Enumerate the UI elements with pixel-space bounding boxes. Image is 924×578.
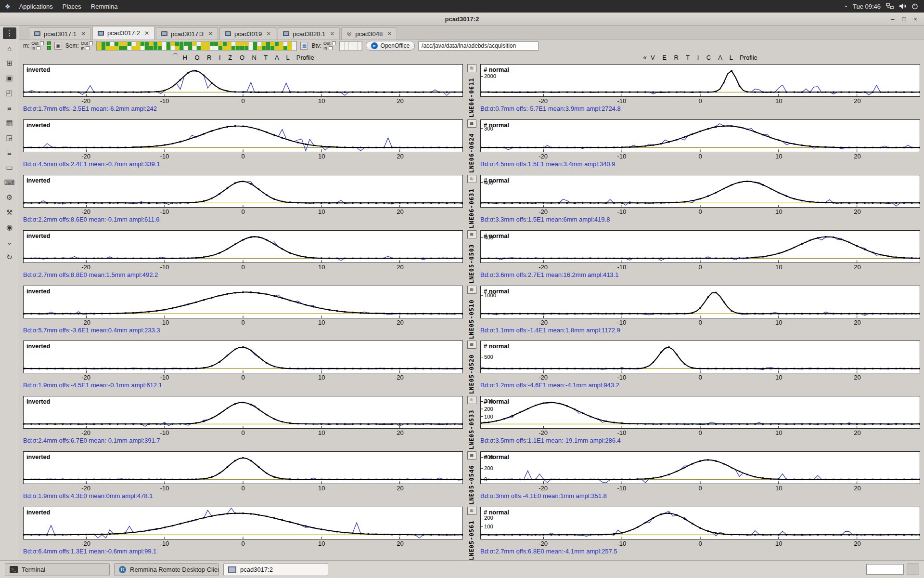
maximize-button[interactable]: □: [902, 15, 906, 23]
in-checkbox[interactable]: [329, 46, 333, 50]
vertical-profile-plot[interactable]: 500# normal: [480, 341, 920, 373]
new-connection-icon[interactable]: ⊞: [3, 57, 16, 69]
gnome-top-bar: ❖ Applications Places Remmina ◔ Tue 09:4…: [0, 0, 924, 13]
network-icon[interactable]: [886, 3, 894, 10]
horizontal-profile-plot[interactable]: inverted: [23, 396, 463, 429]
tab-pcad3019[interactable]: pcad3019✕: [219, 27, 276, 39]
tab-pcad3017:1[interactable]: pcad3017:1✕: [29, 27, 91, 39]
waveform-icon[interactable]: ≋: [467, 341, 476, 349]
waveform-icon[interactable]: ≋: [467, 230, 476, 238]
preferences-icon[interactable]: ⚙: [3, 192, 16, 203]
waveform-icon[interactable]: ≋: [467, 175, 476, 183]
kebab-menu-icon[interactable]: ⋮: [3, 27, 16, 39]
show-desktop-button[interactable]: [907, 564, 919, 575]
vertical-profile-plot[interactable]: 2000# normal: [480, 64, 920, 97]
minimize-button[interactable]: –: [891, 15, 894, 23]
horizontal-profile-plot[interactable]: inverted: [23, 451, 463, 484]
in-checkbox-label: In: [323, 46, 327, 51]
vertical-profile-plot[interactable]: 300200100# normal: [480, 396, 920, 429]
taskbar-entry-field[interactable]: [866, 564, 904, 575]
horizontal-profile-plot[interactable]: inverted: [23, 230, 463, 263]
monitor-icon: [283, 31, 289, 36]
horizontal-profile-plot[interactable]: inverted: [23, 64, 463, 97]
waveform-icon[interactable]: ≋: [467, 286, 476, 294]
out-checkbox[interactable]: [40, 41, 44, 45]
menu-applications[interactable]: Applications: [14, 0, 58, 13]
home-icon[interactable]: ⌂: [3, 42, 16, 54]
scaled-mode-icon[interactable]: ≡: [3, 102, 16, 114]
station-cell: ≋ LNE05-0520: [463, 341, 480, 394]
tab-close-icon[interactable]: ✕: [387, 30, 392, 37]
horizontal-profile-plot[interactable]: inverted: [23, 119, 463, 152]
vertical-profile-plot[interactable]: 200100# normal: [480, 507, 920, 539]
tab-pcad3017:3[interactable]: pcad3017:3✕: [156, 27, 218, 39]
fit-window-icon[interactable]: ◰: [3, 87, 16, 99]
monitor-icon: [34, 31, 40, 36]
horizontal-profile-plot[interactable]: inverted: [23, 286, 463, 318]
waveform-icon[interactable]: ≋: [467, 64, 476, 72]
tab-close-icon[interactable]: ✕: [330, 30, 334, 37]
status-cell: [145, 46, 149, 50]
tab-close-icon[interactable]: ✕: [208, 30, 213, 37]
horizontal-profile-plot[interactable]: inverted: [23, 507, 463, 539]
status-cell: [149, 42, 153, 46]
tab-pcad3020:1[interactable]: pcad3020:1✕: [278, 27, 340, 39]
vertical-profile-plot[interactable]: 400# normal: [480, 175, 920, 208]
task-remmina-remote-desktop-client[interactable]: RRemmina Remote Desktop Client: [114, 563, 219, 576]
keyboard-grab-icon[interactable]: ⌨: [3, 177, 16, 188]
tab-close-icon[interactable]: ✕: [81, 30, 86, 37]
tab-close-icon[interactable]: ✕: [266, 30, 271, 37]
resize-icon[interactable]: ◲: [3, 132, 16, 144]
vertical-profile-plot[interactable]: 300# normal: [480, 119, 920, 152]
vertical-profile-plot[interactable]: 400# normal: [480, 230, 920, 263]
waveform-icon[interactable]: ≋: [467, 119, 476, 128]
btv-icon[interactable]: ▦: [300, 42, 308, 50]
x-tick-label: 0: [241, 263, 244, 271]
status-cell: [192, 46, 196, 50]
screenshot-icon[interactable]: ◉: [3, 222, 16, 233]
in-checkbox[interactable]: [37, 46, 40, 50]
profile-row: inverted -20-1001020 Bd:σ:1.9mm offs:-4.…: [23, 339, 920, 394]
status-cell: [270, 46, 274, 50]
sem-icon[interactable]: ▣: [54, 42, 62, 50]
x-tick-label: -10: [617, 540, 626, 547]
tools-icon[interactable]: ⚒: [3, 207, 16, 218]
menu-remmina[interactable]: Remmina: [86, 0, 123, 13]
menu-places[interactable]: Places: [58, 0, 86, 13]
vertical-profile-title: « V E R T I C A L Profile: [480, 53, 920, 61]
task-terminal[interactable]: >_Terminal: [5, 563, 110, 576]
acquisition-path-field[interactable]: /acc/java/data/lna/adebds/acquisition: [418, 41, 539, 51]
close-button[interactable]: ×: [913, 15, 917, 23]
svg-text:100: 100: [484, 524, 493, 529]
waveform-icon[interactable]: ≋: [467, 451, 476, 460]
out-checkbox[interactable]: [332, 41, 336, 45]
dynamic-resolution-icon[interactable]: ▦: [3, 117, 16, 129]
vertical-profile-plot[interactable]: 4002000# normal: [480, 451, 920, 484]
clock[interactable]: Tue 09:46: [853, 3, 881, 10]
openoffice-button[interactable]: ≈OpenOffice: [366, 41, 415, 51]
x-tick-label: -20: [81, 153, 90, 160]
collapse-toolbar-icon[interactable]: ⌄: [3, 236, 16, 248]
task-pcad3017-2[interactable]: pcad3017:2: [223, 563, 328, 576]
horizontal-profile-plot[interactable]: inverted: [23, 175, 463, 208]
x-tick-label: -20: [81, 485, 90, 492]
tab-close-icon[interactable]: ✕: [144, 30, 149, 37]
vertical-profile-plot[interactable]: 1000# normal: [480, 286, 920, 318]
tab-pcad3017:2[interactable]: pcad3017:2✕: [92, 26, 154, 39]
x-tick-label: 20: [397, 153, 403, 160]
out-checkbox[interactable]: [89, 41, 93, 45]
view-options-icon[interactable]: ≡: [3, 147, 16, 158]
waveform-icon[interactable]: ≋: [467, 507, 476, 515]
waveform-icon[interactable]: ≋: [467, 396, 476, 404]
in-checkbox[interactable]: [86, 46, 90, 50]
multi-monitor-icon[interactable]: ▭: [3, 162, 16, 173]
volume-icon[interactable]: [899, 3, 906, 10]
status-cell: [154, 42, 157, 46]
power-icon[interactable]: [911, 3, 918, 10]
fullscreen-icon[interactable]: ▣: [3, 72, 16, 84]
tab-pcad3048[interactable]: ⊗pcad3048✕: [341, 27, 397, 39]
window-titlebar[interactable]: pcad3017:2 – □ ×: [0, 13, 924, 26]
timer-icon[interactable]: ◔: [844, 3, 847, 10]
horizontal-profile-plot[interactable]: inverted: [23, 341, 463, 373]
disconnect-icon[interactable]: ↻: [3, 251, 16, 263]
